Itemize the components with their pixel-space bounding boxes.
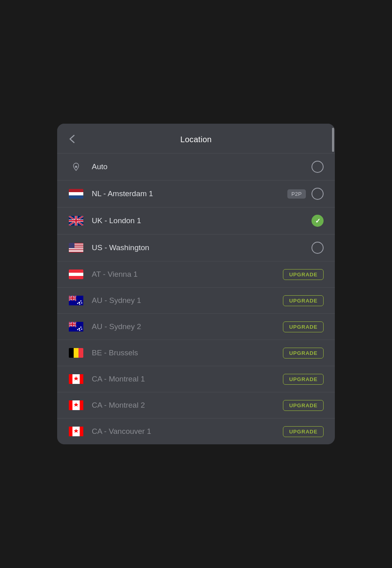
location-item-us-washington[interactable]: US - Washington xyxy=(57,234,335,261)
upgrade-button[interactable]: UPGRADE xyxy=(283,374,324,385)
svg-rect-16 xyxy=(69,374,72,384)
radio-button[interactable] xyxy=(312,161,324,173)
location-name: CA - Montreal 1 xyxy=(92,375,283,384)
upgrade-button[interactable]: UPGRADE xyxy=(283,269,324,280)
svg-point-11 xyxy=(78,328,80,330)
svg-point-4 xyxy=(78,302,80,303)
location-item-uk-london-1[interactable]: UK - London 1 xyxy=(57,207,335,234)
p2p-badge: P2P xyxy=(287,189,306,199)
flag-au-icon xyxy=(68,321,84,332)
svg-point-12 xyxy=(80,327,82,328)
location-name: CA - Montreal 2 xyxy=(92,401,283,410)
location-name: AT - Vienna 1 xyxy=(92,270,283,279)
page-title: Location xyxy=(180,135,212,144)
location-name: NL - Amsterdam 1 xyxy=(92,189,287,198)
svg-point-6 xyxy=(81,303,83,304)
radio-button[interactable] xyxy=(312,188,324,200)
radio-button[interactable] xyxy=(312,242,324,254)
location-item-at-vienna-1[interactable]: AT - Vienna 1 UPGRADE xyxy=(57,261,335,288)
app-window: Location Auto NL - Amsterdam 1 P2P xyxy=(57,124,335,444)
flag-at-icon xyxy=(68,269,84,280)
flag-uk-icon xyxy=(68,215,84,226)
location-name: Auto xyxy=(92,162,312,171)
location-item-ca-vancouver-1[interactable]: CA - Vancouver 1 UPGRADE xyxy=(57,419,335,444)
upgrade-button[interactable]: UPGRADE xyxy=(283,400,324,411)
location-item-ca-montreal-2[interactable]: CA - Montreal 2 UPGRADE xyxy=(57,392,335,419)
svg-rect-19 xyxy=(69,400,72,410)
location-item-nl-amsterdam-1[interactable]: NL - Amsterdam 1 P2P xyxy=(57,180,335,207)
svg-point-7 xyxy=(79,304,80,305)
auto-icon xyxy=(68,161,84,172)
upgrade-button[interactable]: UPGRADE xyxy=(283,426,324,437)
scrollbar[interactable] xyxy=(332,128,334,152)
location-name: AU - Sydney 2 xyxy=(92,322,283,331)
location-name: UK - London 1 xyxy=(92,216,312,225)
svg-point-8 xyxy=(77,303,78,304)
flag-ca-icon xyxy=(68,400,84,411)
location-item-au-sydney-2[interactable]: AU - Sydney 2 UPGRADE xyxy=(57,314,335,340)
svg-rect-18 xyxy=(80,374,83,384)
upgrade-button[interactable]: UPGRADE xyxy=(283,321,324,332)
location-item-be-brussels[interactable]: BE - Brussels UPGRADE xyxy=(57,340,335,366)
location-item-ca-montreal-1[interactable]: CA - Montreal 1 UPGRADE xyxy=(57,366,335,392)
svg-rect-22 xyxy=(69,427,72,436)
header: Location xyxy=(57,124,335,153)
flag-ca-icon xyxy=(68,373,84,385)
upgrade-button[interactable]: UPGRADE xyxy=(283,348,324,359)
svg-point-14 xyxy=(79,330,80,331)
location-name: CA - Vancouver 1 xyxy=(92,427,283,436)
location-name: US - Washington xyxy=(92,243,312,252)
flag-ca-icon xyxy=(68,426,84,437)
svg-point-15 xyxy=(77,329,78,330)
flag-au-icon xyxy=(68,295,84,306)
svg-point-5 xyxy=(80,301,82,302)
svg-point-13 xyxy=(81,329,83,330)
svg-rect-24 xyxy=(80,427,83,436)
location-item-auto[interactable]: Auto xyxy=(57,153,335,180)
location-name: AU - Sydney 1 xyxy=(92,296,283,305)
flag-us-icon xyxy=(68,242,84,253)
location-item-au-sydney-1[interactable]: AU - Sydney 1 UPGRADE xyxy=(57,288,335,314)
svg-rect-21 xyxy=(80,400,83,410)
upgrade-button[interactable]: UPGRADE xyxy=(283,295,324,306)
location-list: Auto NL - Amsterdam 1 P2P xyxy=(57,153,335,444)
flag-nl-icon xyxy=(68,188,84,199)
flag-be-icon xyxy=(68,347,84,359)
svg-point-0 xyxy=(75,166,77,168)
radio-button-selected[interactable] xyxy=(312,215,324,227)
back-button[interactable] xyxy=(69,135,75,145)
location-name: BE - Brussels xyxy=(92,348,283,357)
